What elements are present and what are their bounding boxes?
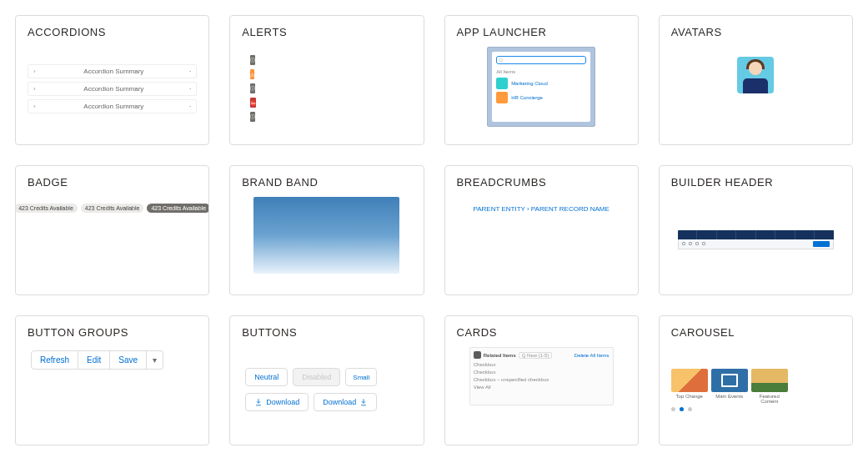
carousel-tile: Main Events (711, 369, 748, 404)
refresh-button[interactable]: Refresh (31, 350, 78, 370)
download-icon (359, 398, 368, 406)
card-breadcrumbs[interactable]: BREADCRUMBS PARENT ENTITY › PARENT RECOR… (444, 165, 639, 295)
app-icon (496, 78, 508, 89)
badge-chip: 423 Credits Available (147, 204, 209, 213)
card-app-launcher[interactable]: APP LAUNCHER Q All Items Marketing Cloud… (444, 15, 639, 145)
brand-band-image (253, 197, 399, 274)
accordion-row: Accordion Summary· (28, 99, 197, 113)
card-header-icon (474, 351, 481, 359)
card-title: CARDS (457, 326, 626, 339)
avatar-icon (737, 57, 774, 93)
carousel-preview: Top Change Main Events Featured Content (671, 347, 840, 430)
button-groups-preview: Refresh Edit Save ▾ (28, 347, 197, 430)
download-button[interactable]: Download (314, 393, 377, 411)
card-button-groups[interactable]: BUTTON GROUPS Refresh Edit Save ▾ (15, 315, 209, 445)
card-buttons[interactable]: BUTTONS Neutral Disabled Small Download … (229, 315, 424, 445)
card-title: BREADCRUMBS (457, 176, 626, 189)
card-row: Checkbox – unspecified checkbox (474, 377, 610, 382)
carousel-image (711, 369, 748, 392)
card-row: View All (474, 385, 610, 390)
avatars-preview (671, 47, 840, 130)
carousel-image (671, 369, 708, 392)
cards-preview: Related Items Q New (1-5) Delete All Ite… (457, 347, 626, 430)
card-title: CAROUSEL (671, 326, 840, 339)
alerts-preview: ⓘ ⚠ ⓘ ⛔ ⓘ (250, 47, 403, 130)
card-title: BUTTONS (242, 326, 411, 339)
carousel-dots (671, 407, 692, 411)
card-title: AVATARS (671, 26, 840, 38)
card-title: APP LAUNCHER (457, 26, 626, 38)
card-title: ALERTS (242, 26, 411, 38)
card-carousel[interactable]: CAROUSEL Top Change Main Events Featured… (659, 315, 853, 445)
card-builder-header[interactable]: BUILDER HEADER (659, 165, 853, 295)
card-accordions[interactable]: ACCORDIONS Accordion Summary· Accordion … (15, 15, 209, 145)
badge-chip: 423 Credits Available (15, 204, 78, 213)
card-cards[interactable]: CARDS Related Items Q New (1-5) Delete A… (444, 315, 639, 445)
save-button[interactable]: Save (110, 350, 147, 370)
carousel-dot[interactable] (671, 407, 675, 411)
breadcrumbs-preview: PARENT ENTITY › PARENT RECORD NAME (457, 197, 626, 280)
search-input: Q (496, 56, 586, 64)
card-row: Checkbox (474, 370, 610, 375)
carousel-dot[interactable] (688, 407, 692, 411)
alert-bar: ⓘ (250, 112, 255, 122)
card-header-title: Related Items (484, 353, 516, 358)
dropdown-button[interactable]: ▾ (147, 350, 163, 370)
alert-bar: ⚠ (250, 69, 254, 79)
card-title: ACCORDIONS (28, 26, 197, 38)
carousel-caption: Top Change (671, 394, 708, 399)
accordion-row: Accordion Summary· (28, 82, 197, 96)
app-icon (496, 92, 508, 103)
alert-bar: ⓘ (250, 55, 255, 65)
buttons-preview: Neutral Disabled Small Download Download (242, 347, 411, 430)
app-tile: HR Concierge (496, 92, 586, 103)
section-label: All Items (496, 69, 586, 74)
accordion-row: Accordion Summary· (28, 64, 197, 78)
small-button[interactable]: Small (345, 368, 377, 386)
brand-band-preview (242, 197, 411, 280)
primary-button-icon (813, 241, 830, 247)
card-title: BUTTON GROUPS (28, 326, 197, 339)
carousel-dot[interactable] (680, 407, 684, 411)
badge-preview: 423 Credits Available 423 Credits Availa… (28, 197, 197, 280)
edit-button[interactable]: Edit (78, 350, 110, 370)
download-icon (254, 398, 263, 406)
download-button[interactable]: Download (245, 393, 309, 411)
card-title: BADGE (28, 176, 197, 189)
app-tile: Marketing Cloud (496, 78, 586, 89)
card-avatars[interactable]: AVATARS (659, 15, 853, 145)
carousel-caption: Main Events (711, 394, 748, 399)
carousel-tile: Featured Content (751, 369, 788, 404)
breadcrumb: PARENT ENTITY › PARENT RECORD NAME (473, 205, 609, 213)
card-title: BUILDER HEADER (671, 176, 840, 189)
builder-header-preview (671, 197, 840, 280)
alert-bar: ⓘ (250, 83, 255, 93)
carousel-image (751, 369, 788, 392)
accordions-preview: Accordion Summary· Accordion Summary· Ac… (28, 47, 197, 130)
card-action-link: Delete All Items (574, 353, 610, 358)
neutral-button[interactable]: Neutral (245, 368, 288, 386)
card-row: Checkbox (474, 362, 610, 367)
alert-bar: ⛔ (250, 98, 256, 108)
card-title: BRAND BAND (242, 176, 411, 189)
card-badge[interactable]: BADGE 423 Credits Available 423 Credits … (15, 165, 209, 295)
disabled-button: Disabled (293, 368, 340, 386)
card-alerts[interactable]: ALERTS ⓘ ⚠ ⓘ ⛔ ⓘ (229, 15, 424, 145)
app-launcher-preview: Q All Items Marketing Cloud HR Concierge (457, 47, 626, 130)
card-brand-band[interactable]: BRAND BAND (229, 165, 424, 295)
component-grid: ACCORDIONS Accordion Summary· Accordion … (15, 15, 853, 445)
carousel-caption: Featured Content (751, 394, 788, 404)
card-filter: Q New (1-5) (519, 352, 553, 359)
badge-chip: 423 Credits Available (81, 204, 144, 213)
carousel-tile: Top Change (671, 369, 708, 404)
